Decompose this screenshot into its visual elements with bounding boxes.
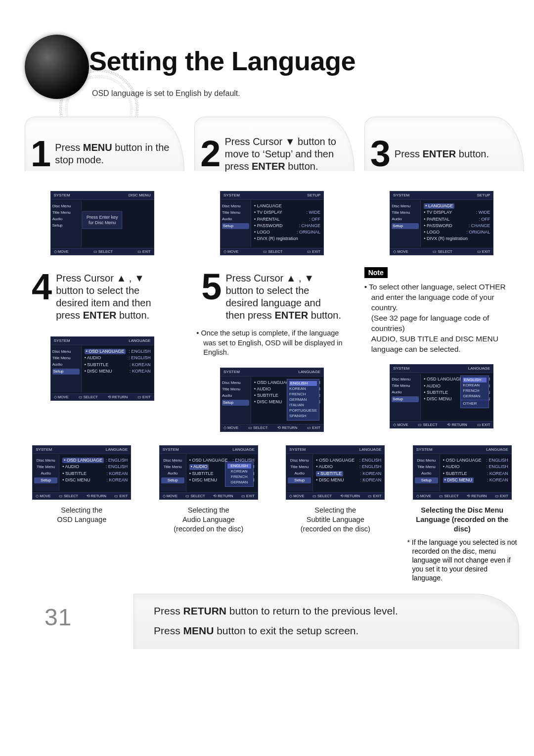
grid-cell-discmenu: SYSTEMLANGUAGE Disc MenuTitle MenuAudioS…	[405, 445, 520, 582]
osd-sm-2: SYSTEMLANGUAGE Disc MenuTitle MenuAudioS…	[159, 445, 258, 500]
osd-centerbox: Press Enter keyfor Disc Menu	[82, 211, 123, 229]
steps-123: 1 Press MENU button in the stop mode. SY…	[25, 117, 519, 255]
note-col: Note To select other language, select OT…	[364, 267, 519, 432]
aster-note: * If the language you selected is not re…	[405, 538, 520, 583]
osd-screenshot-6: SYSTEMLANGUAGE Disc MenuTitle MenuAudioS…	[390, 364, 493, 428]
osd-screenshot-5: SYSTEMLANGUAGE Disc MenuTitle MenuAudioS…	[220, 368, 324, 432]
step-2: 2 Press Cursor ▼ button to move to ‘Setu…	[194, 117, 349, 255]
step-1: 1 Press MENU button in the stop mode. SY…	[25, 117, 179, 255]
step-text: Press ENTER button.	[395, 148, 489, 160]
step-text: Press Cursor ▼ button to move to ‘Setup’…	[224, 136, 342, 173]
grid-cell-osd: SYSTEMLANGUAGE Disc MenuTitle MenuAudioS…	[25, 445, 139, 582]
grid-caption: Selecting theSubtitle Language(recorded …	[283, 506, 387, 534]
osd-screenshot-1: SYSTEMDISC MENU Disc MenuTitle MenuAudio…	[50, 191, 154, 255]
footer-line: Press MENU button to exit the setup scre…	[154, 623, 504, 639]
grid-caption: Selecting theOSD Language	[30, 506, 134, 524]
speaker-graphic: 0101010101010101010101010101010101010101…	[20, 30, 99, 109]
osd-sm-4: SYSTEMLANGUAGE Disc MenuTitle MenuAudioS…	[413, 445, 512, 500]
step-num: 1	[31, 139, 51, 168]
osd-screenshot-4: SYSTEMLANGUAGE Disc MenuTitle MenuAudioS…	[50, 336, 154, 401]
step-text: Press MENU button in the stop mode.	[55, 142, 173, 166]
osd-screenshot-2: SYSTEMSETUP Disc MenuTitle MenuAudioSetu…	[220, 191, 324, 255]
grid-cell-audio: SYSTEMLANGUAGE Disc MenuTitle MenuAudioS…	[152, 445, 266, 582]
page-footer: 31 Press RETURN button to return to the …	[25, 594, 519, 649]
osd-sm-1: SYSTEMLANGUAGE Disc MenuTitle MenuAudioS…	[32, 445, 131, 500]
osd-sm-3: SYSTEMLANGUAGE Disc MenuTitle MenuAudioS…	[286, 445, 385, 500]
grid-cell-subtitle: SYSTEMLANGUAGE Disc MenuTitle MenuAudioS…	[278, 445, 393, 582]
step-5-bullet: Once the setup is complete, if the langu…	[203, 329, 349, 358]
step-text: Press Cursor ▲ , ▼ button to select the …	[225, 272, 342, 322]
note-tag: Note	[364, 267, 388, 278]
page-title: Setting the Language	[89, 46, 356, 76]
step-num: 3	[370, 139, 391, 168]
osd-screenshot-3: SYSTEMSETUP Disc MenuTitle MenuAudioSetu…	[390, 191, 493, 255]
grid-caption: Selecting theAudio Language(recorded on …	[157, 506, 261, 534]
step-num: 4	[32, 272, 52, 322]
step-5: 5 Press Cursor ▲ , ▼ button to select th…	[194, 267, 349, 432]
step-3: 3 Press ENTER button. SYSTEMSETUP Disc M…	[364, 117, 519, 255]
step-num: 2	[200, 139, 221, 168]
selection-grid: SYSTEMLANGUAGE Disc MenuTitle MenuAudioS…	[25, 445, 519, 582]
grid-caption: Selecting the Disc MenuLanguage (recorde…	[410, 506, 514, 534]
page-subtitle: OSD language is set to English by defaul…	[92, 89, 240, 98]
step-num: 5	[201, 272, 222, 322]
page-number: 31	[44, 604, 72, 631]
step-text: Press Cursor ▲ , ▼ button to select the …	[56, 272, 173, 322]
steps-45-note: 4 Press Cursor ▲ , ▼ button to select th…	[25, 267, 519, 432]
step-4: 4 Press Cursor ▲ , ▼ button to select th…	[25, 267, 179, 432]
footer-line: Press RETURN button to return to the pre…	[154, 603, 504, 619]
note-body: To select other language, select OTHER a…	[364, 282, 519, 354]
